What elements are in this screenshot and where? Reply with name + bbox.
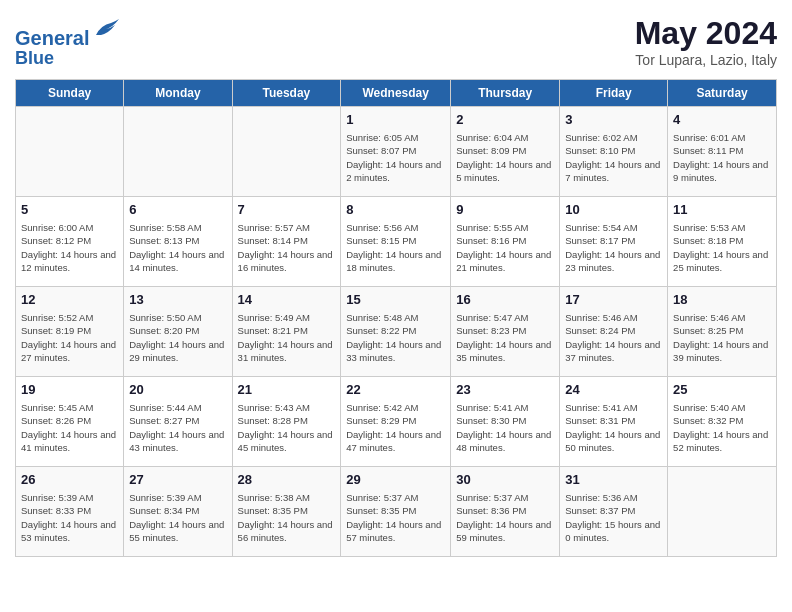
day-info: Sunrise: 5:37 AMSunset: 8:36 PMDaylight:… [456,491,554,544]
day-info: Sunrise: 5:38 AMSunset: 8:35 PMDaylight:… [238,491,336,544]
day-info: Sunrise: 5:56 AMSunset: 8:15 PMDaylight:… [346,221,445,274]
day-info: Sunrise: 5:46 AMSunset: 8:24 PMDaylight:… [565,311,662,364]
calendar-day-cell: 11Sunrise: 5:53 AMSunset: 8:18 PMDayligh… [668,196,777,286]
calendar-day-cell: 25Sunrise: 5:40 AMSunset: 8:32 PMDayligh… [668,376,777,466]
day-of-week-header: Friday [560,79,668,106]
calendar-week-row: 1Sunrise: 6:05 AMSunset: 8:07 PMDaylight… [16,106,777,196]
day-info: Sunrise: 6:04 AMSunset: 8:09 PMDaylight:… [456,131,554,184]
calendar-day-cell: 12Sunrise: 5:52 AMSunset: 8:19 PMDayligh… [16,286,124,376]
day-number: 6 [129,201,226,219]
day-of-week-header: Monday [124,79,232,106]
day-info: Sunrise: 5:53 AMSunset: 8:18 PMDaylight:… [673,221,771,274]
day-info: Sunrise: 5:41 AMSunset: 8:31 PMDaylight:… [565,401,662,454]
day-number: 14 [238,291,336,309]
page-header: General Blue May 2024 Tor Lupara, Lazio,… [15,15,777,69]
calendar-day-cell: 9Sunrise: 5:55 AMSunset: 8:16 PMDaylight… [451,196,560,286]
calendar-header-row: SundayMondayTuesdayWednesdayThursdayFrid… [16,79,777,106]
day-info: Sunrise: 5:49 AMSunset: 8:21 PMDaylight:… [238,311,336,364]
day-of-week-header: Saturday [668,79,777,106]
calendar-week-row: 5Sunrise: 6:00 AMSunset: 8:12 PMDaylight… [16,196,777,286]
calendar-day-cell: 15Sunrise: 5:48 AMSunset: 8:22 PMDayligh… [341,286,451,376]
calendar-day-cell: 24Sunrise: 5:41 AMSunset: 8:31 PMDayligh… [560,376,668,466]
logo-bird-icon [91,15,121,45]
calendar-day-cell: 13Sunrise: 5:50 AMSunset: 8:20 PMDayligh… [124,286,232,376]
calendar-day-cell: 3Sunrise: 6:02 AMSunset: 8:10 PMDaylight… [560,106,668,196]
calendar-day-cell: 7Sunrise: 5:57 AMSunset: 8:14 PMDaylight… [232,196,341,286]
calendar-week-row: 19Sunrise: 5:45 AMSunset: 8:26 PMDayligh… [16,376,777,466]
month-title: May 2024 [635,15,777,52]
calendar-body: 1Sunrise: 6:05 AMSunset: 8:07 PMDaylight… [16,106,777,556]
day-number: 21 [238,381,336,399]
calendar-day-cell: 17Sunrise: 5:46 AMSunset: 8:24 PMDayligh… [560,286,668,376]
day-number: 4 [673,111,771,129]
day-number: 24 [565,381,662,399]
day-number: 16 [456,291,554,309]
calendar-day-cell: 8Sunrise: 5:56 AMSunset: 8:15 PMDaylight… [341,196,451,286]
day-info: Sunrise: 5:45 AMSunset: 8:26 PMDaylight:… [21,401,118,454]
day-of-week-header: Wednesday [341,79,451,106]
calendar-day-cell [16,106,124,196]
calendar-day-cell: 4Sunrise: 6:01 AMSunset: 8:11 PMDaylight… [668,106,777,196]
day-info: Sunrise: 5:40 AMSunset: 8:32 PMDaylight:… [673,401,771,454]
day-number: 29 [346,471,445,489]
calendar-day-cell [668,466,777,556]
day-info: Sunrise: 5:39 AMSunset: 8:34 PMDaylight:… [129,491,226,544]
day-info: Sunrise: 5:39 AMSunset: 8:33 PMDaylight:… [21,491,118,544]
day-info: Sunrise: 5:41 AMSunset: 8:30 PMDaylight:… [456,401,554,454]
calendar-week-row: 12Sunrise: 5:52 AMSunset: 8:19 PMDayligh… [16,286,777,376]
day-info: Sunrise: 5:37 AMSunset: 8:35 PMDaylight:… [346,491,445,544]
day-number: 13 [129,291,226,309]
day-number: 8 [346,201,445,219]
day-number: 9 [456,201,554,219]
calendar-day-cell: 20Sunrise: 5:44 AMSunset: 8:27 PMDayligh… [124,376,232,466]
day-number: 19 [21,381,118,399]
calendar-day-cell: 31Sunrise: 5:36 AMSunset: 8:37 PMDayligh… [560,466,668,556]
title-block: May 2024 Tor Lupara, Lazio, Italy [635,15,777,68]
day-info: Sunrise: 6:02 AMSunset: 8:10 PMDaylight:… [565,131,662,184]
calendar-day-cell: 21Sunrise: 5:43 AMSunset: 8:28 PMDayligh… [232,376,341,466]
day-info: Sunrise: 5:46 AMSunset: 8:25 PMDaylight:… [673,311,771,364]
calendar-day-cell: 28Sunrise: 5:38 AMSunset: 8:35 PMDayligh… [232,466,341,556]
calendar-day-cell: 23Sunrise: 5:41 AMSunset: 8:30 PMDayligh… [451,376,560,466]
day-number: 18 [673,291,771,309]
day-number: 22 [346,381,445,399]
day-number: 5 [21,201,118,219]
day-info: Sunrise: 5:58 AMSunset: 8:13 PMDaylight:… [129,221,226,274]
day-of-week-header: Thursday [451,79,560,106]
calendar-week-row: 26Sunrise: 5:39 AMSunset: 8:33 PMDayligh… [16,466,777,556]
day-number: 26 [21,471,118,489]
day-info: Sunrise: 5:55 AMSunset: 8:16 PMDaylight:… [456,221,554,274]
calendar-day-cell: 22Sunrise: 5:42 AMSunset: 8:29 PMDayligh… [341,376,451,466]
day-info: Sunrise: 6:00 AMSunset: 8:12 PMDaylight:… [21,221,118,274]
logo-blue-text: Blue [15,49,121,69]
calendar-day-cell: 19Sunrise: 5:45 AMSunset: 8:26 PMDayligh… [16,376,124,466]
logo: General Blue [15,15,121,69]
day-info: Sunrise: 5:43 AMSunset: 8:28 PMDaylight:… [238,401,336,454]
calendar-day-cell: 16Sunrise: 5:47 AMSunset: 8:23 PMDayligh… [451,286,560,376]
day-info: Sunrise: 6:01 AMSunset: 8:11 PMDaylight:… [673,131,771,184]
day-number: 30 [456,471,554,489]
day-info: Sunrise: 5:57 AMSunset: 8:14 PMDaylight:… [238,221,336,274]
day-info: Sunrise: 6:05 AMSunset: 8:07 PMDaylight:… [346,131,445,184]
day-number: 23 [456,381,554,399]
day-info: Sunrise: 5:54 AMSunset: 8:17 PMDaylight:… [565,221,662,274]
day-number: 1 [346,111,445,129]
calendar-day-cell [124,106,232,196]
calendar-day-cell [232,106,341,196]
calendar-day-cell: 10Sunrise: 5:54 AMSunset: 8:17 PMDayligh… [560,196,668,286]
day-info: Sunrise: 5:50 AMSunset: 8:20 PMDaylight:… [129,311,226,364]
day-number: 28 [238,471,336,489]
calendar-day-cell: 1Sunrise: 6:05 AMSunset: 8:07 PMDaylight… [341,106,451,196]
day-number: 31 [565,471,662,489]
location-title: Tor Lupara, Lazio, Italy [635,52,777,68]
day-info: Sunrise: 5:42 AMSunset: 8:29 PMDaylight:… [346,401,445,454]
day-number: 20 [129,381,226,399]
calendar-day-cell: 14Sunrise: 5:49 AMSunset: 8:21 PMDayligh… [232,286,341,376]
day-number: 15 [346,291,445,309]
calendar-day-cell: 29Sunrise: 5:37 AMSunset: 8:35 PMDayligh… [341,466,451,556]
calendar-day-cell: 6Sunrise: 5:58 AMSunset: 8:13 PMDaylight… [124,196,232,286]
day-of-week-header: Tuesday [232,79,341,106]
day-of-week-header: Sunday [16,79,124,106]
calendar-day-cell: 27Sunrise: 5:39 AMSunset: 8:34 PMDayligh… [124,466,232,556]
day-number: 3 [565,111,662,129]
